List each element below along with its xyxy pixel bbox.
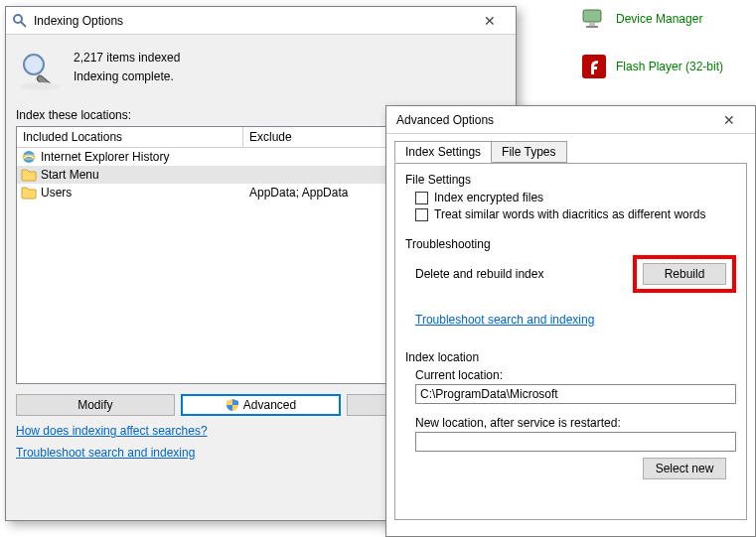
cpanel-device-manager-label: Device Manager (616, 12, 702, 26)
advanced-button-label: Advanced (243, 398, 296, 412)
current-location-label: Current location: (415, 368, 736, 382)
rebuild-button[interactable]: Rebuild (643, 263, 726, 285)
tab-index-settings[interactable]: Index Settings (394, 141, 492, 163)
indexing-magnifier-icon (16, 47, 64, 94)
checkbox-icon (415, 192, 428, 204)
advanced-button[interactable]: Advanced (181, 394, 342, 416)
indexing-titlebar[interactable]: Indexing Options ✕ (6, 7, 516, 35)
items-indexed-text: 2,217 items indexed (74, 49, 180, 67)
chk-diacritics-label: Treat similar words with diacritics as d… (434, 207, 705, 221)
modify-button[interactable]: Modify (16, 394, 175, 416)
ie-icon (21, 149, 37, 165)
folder-icon (21, 185, 37, 201)
indexing-close-button[interactable]: ✕ (470, 7, 510, 35)
tab-file-types[interactable]: File Types (491, 141, 566, 163)
advanced-options-window: Advanced Options ✕ Index Settings File T… (385, 105, 756, 537)
row-name: Start Menu (41, 168, 99, 182)
advanced-tabs: Index Settings File Types (394, 141, 747, 164)
col-included[interactable]: Included Locations (17, 127, 243, 147)
flash-player-icon (578, 51, 610, 82)
new-location-label: New location, after service is restarted… (415, 416, 736, 430)
new-location-field[interactable] (415, 432, 736, 452)
delete-rebuild-label: Delete and rebuild index (415, 267, 543, 281)
svg-rect-0 (583, 10, 601, 22)
advanced-titlebar[interactable]: Advanced Options ✕ (386, 106, 755, 134)
svg-rect-1 (589, 23, 595, 26)
chk-diacritics[interactable]: Treat similar words with diacritics as d… (415, 207, 736, 221)
svg-point-4 (14, 15, 22, 23)
folder-icon (21, 167, 37, 183)
cpanel-flash-player-label: Flash Player (32-bit) (616, 60, 723, 73)
group-index-location: Index location (405, 350, 736, 364)
advanced-close-button[interactable]: ✕ (709, 106, 749, 134)
group-troubleshooting: Troubleshooting (405, 237, 736, 251)
current-location-field[interactable] (415, 384, 736, 404)
indexing-title: Indexing Options (34, 14, 470, 28)
group-file-settings: File Settings (405, 173, 736, 187)
chk-encrypted[interactable]: Index encrypted files (415, 191, 736, 204)
row-name: Internet Explorer History (41, 150, 169, 164)
device-manager-icon (578, 3, 610, 35)
svg-line-5 (21, 22, 26, 27)
select-new-button[interactable]: Select new (643, 458, 726, 479)
shield-icon (226, 398, 239, 412)
svg-point-6 (24, 55, 44, 74)
cpanel-flash-player[interactable]: Flash Player (32-bit) (578, 51, 723, 82)
adv-link-troubleshoot[interactable]: Troubleshoot search and indexing (415, 313, 736, 327)
indexing-title-icon (12, 13, 28, 29)
chk-encrypted-label: Index encrypted files (434, 191, 543, 204)
indexing-status-text: Indexing complete. (74, 67, 180, 86)
rebuild-highlight: Rebuild (633, 255, 736, 293)
row-name: Users (41, 186, 72, 200)
svg-rect-2 (586, 26, 598, 28)
cpanel-device-manager[interactable]: Device Manager (578, 3, 702, 35)
advanced-title: Advanced Options (392, 113, 709, 127)
svg-point-8 (20, 82, 60, 90)
checkbox-icon (415, 208, 428, 221)
